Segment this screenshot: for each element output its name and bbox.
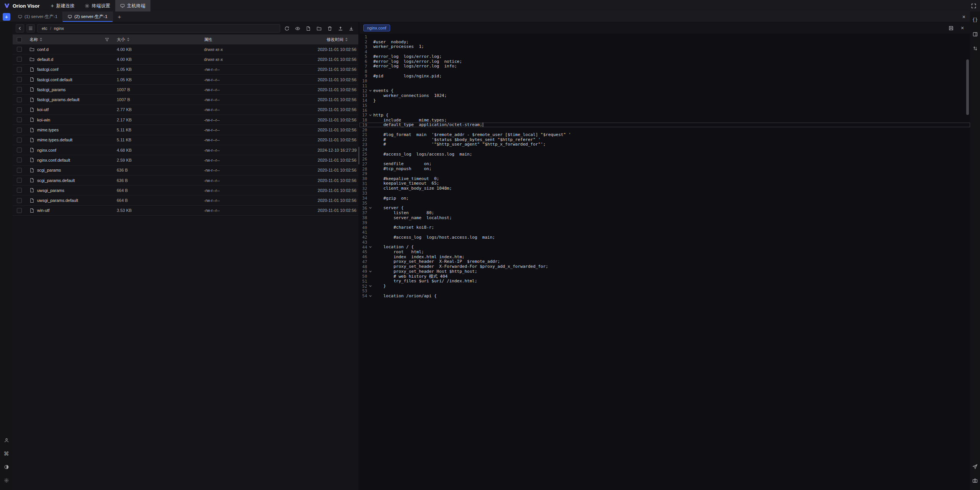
- row-checkbox[interactable]: [17, 107, 22, 112]
- upload-button[interactable]: [336, 24, 345, 33]
- row-checkbox[interactable]: [17, 97, 22, 102]
- table-row[interactable]: koi-utf2.77 KB-rw-r--r--2020-11-01 10:02…: [13, 105, 358, 115]
- file-name[interactable]: fastcgi_params: [37, 87, 66, 92]
- code-line[interactable]: 54 location /orion/api {: [359, 293, 970, 298]
- code-line[interactable]: 53: [359, 288, 970, 293]
- table-row[interactable]: scgi_params636 B-rw-r--r--2020-11-01 10:…: [13, 166, 358, 175]
- code-line[interactable]: 8: [359, 69, 970, 74]
- code-line[interactable]: 22 # '$status $body_bytes_sent "$http_re…: [359, 137, 970, 142]
- table-row[interactable]: fastcgi_params1007 B-rw-r--r--2020-11-01…: [13, 85, 358, 95]
- code-line[interactable]: 50 # web history 模式 404: [359, 274, 970, 279]
- code-line[interactable]: 19 default_type application/octet-stream…: [359, 123, 970, 128]
- table-row[interactable]: fastcgi.conf1.05 KB-rw-r--r--2020-11-01 …: [13, 65, 358, 75]
- code-line[interactable]: 14}: [359, 98, 970, 103]
- download-button[interactable]: [347, 24, 355, 33]
- code-line[interactable]: 49 proxy_set_header Host $http_host;: [359, 269, 970, 274]
- menu-host-terminal[interactable]: 主机终端: [115, 0, 150, 11]
- code-line[interactable]: 28 #tcp_nopush on;: [359, 166, 970, 171]
- row-checkbox[interactable]: [17, 198, 22, 203]
- code-line[interactable]: 41: [359, 230, 970, 235]
- row-checkbox[interactable]: [17, 87, 22, 92]
- panel-icon[interactable]: [971, 30, 979, 38]
- file-name[interactable]: mime.types: [37, 128, 59, 132]
- fold-gutter[interactable]: [367, 245, 373, 249]
- code-line[interactable]: 6#error_log logs/error.log notice;: [359, 59, 970, 64]
- fullscreen-button[interactable]: [967, 0, 980, 11]
- code-line[interactable]: 40 #charset koi8-r;: [359, 225, 970, 230]
- row-checkbox[interactable]: [17, 188, 22, 193]
- code-line[interactable]: 23 # '"$http_user_agent" "$http_x_forwar…: [359, 142, 970, 147]
- breadcrumb-segment-etc[interactable]: etc: [42, 26, 47, 31]
- close-editor-button[interactable]: ×: [959, 24, 966, 32]
- menu-terminal-settings[interactable]: 终端设置: [80, 0, 115, 11]
- code-line[interactable]: 52 }: [359, 284, 970, 288]
- list-view-button[interactable]: [26, 24, 35, 33]
- tab-server-prod-2[interactable]: (2) server-生产-1: [63, 11, 113, 22]
- row-checkbox[interactable]: [17, 77, 22, 82]
- fold-gutter[interactable]: [367, 294, 373, 298]
- close-panel-button[interactable]: ×: [958, 11, 970, 22]
- table-row[interactable]: default.d4.00 KBdrwxr-xr-x2020-11-01 10:…: [13, 54, 358, 64]
- breadcrumb-segment-nginx[interactable]: nginx: [54, 26, 64, 31]
- breadcrumb[interactable]: etc / nginx: [37, 24, 280, 33]
- code-line[interactable]: 12events {: [359, 88, 970, 93]
- code-line[interactable]: 44 location / {: [359, 244, 970, 249]
- user-icon[interactable]: [3, 436, 10, 444]
- code-line[interactable]: 11: [359, 84, 970, 88]
- code-line[interactable]: 17http {: [359, 113, 970, 118]
- row-checkbox[interactable]: [17, 57, 22, 62]
- table-row[interactable]: koi-win2.17 KB-rw-r--r--2020-11-01 10:02…: [13, 115, 358, 125]
- code-line[interactable]: 42 #access_log logs/host.access.log main…: [359, 235, 970, 240]
- command-icon[interactable]: ⌘: [3, 450, 10, 457]
- table-row[interactable]: fastcgi_params.default1007 B-rw-r--r--20…: [13, 95, 358, 105]
- fold-arrow-icon[interactable]: [369, 284, 372, 288]
- row-checkbox[interactable]: [17, 168, 22, 173]
- code-line[interactable]: 10: [359, 79, 970, 84]
- table-row[interactable]: uwsgi_params664 B-rw-r--r--2020-11-01 10…: [13, 185, 358, 195]
- code-line[interactable]: 35: [359, 201, 970, 206]
- fold-gutter[interactable]: [367, 284, 373, 288]
- file-name[interactable]: uwsgi_params: [37, 188, 64, 193]
- table-row[interactable]: scgi_params.default636 B-rw-r--r--2020-1…: [13, 175, 358, 185]
- code-line[interactable]: 31 keepalive_timeout 65;: [359, 181, 970, 186]
- file-name[interactable]: fastcgi_params.default: [37, 97, 80, 102]
- code-line[interactable]: 4: [359, 49, 970, 54]
- table-row[interactable]: win-utf3.53 KB-rw-r--r--2020-11-01 10:02…: [13, 206, 358, 216]
- fold-gutter[interactable]: [367, 89, 373, 92]
- file-name[interactable]: nginx.conf: [37, 148, 56, 152]
- file-name[interactable]: default.d: [37, 57, 53, 62]
- row-checkbox[interactable]: [17, 147, 22, 152]
- code-line[interactable]: 15: [359, 103, 970, 108]
- new-file-button[interactable]: [304, 24, 312, 33]
- code-line[interactable]: 34 #gzip on;: [359, 196, 970, 201]
- row-checkbox[interactable]: [17, 208, 22, 213]
- table-row[interactable]: fastcgi.conf.default1.05 KB-rw-r--r--202…: [13, 75, 358, 85]
- table-row[interactable]: conf.d4.00 KBdrwxr-xr-x2020-11-01 10:02:…: [13, 44, 358, 54]
- code-line[interactable]: 7#error_log logs/error.log info;: [359, 64, 970, 69]
- refresh-button[interactable]: [283, 24, 291, 33]
- row-checkbox[interactable]: [17, 117, 22, 122]
- file-name[interactable]: conf.d: [37, 47, 49, 52]
- code-line[interactable]: 51 try_files $uri $uri/ /index.html;: [359, 279, 970, 284]
- theme-icon[interactable]: [3, 463, 10, 471]
- new-folder-button[interactable]: [315, 24, 323, 33]
- file-name[interactable]: fastcgi.conf.default: [37, 77, 72, 82]
- code-line[interactable]: 43: [359, 240, 970, 245]
- sort-size-icon[interactable]: [127, 38, 129, 41]
- code-line[interactable]: 1: [359, 34, 970, 39]
- column-size[interactable]: 大小: [117, 37, 125, 43]
- row-checkbox[interactable]: [17, 67, 22, 72]
- back-button[interactable]: [16, 24, 24, 33]
- fold-gutter[interactable]: [367, 206, 373, 210]
- fold-arrow-icon[interactable]: [369, 294, 372, 298]
- fold-arrow-icon[interactable]: [369, 245, 372, 249]
- code-line[interactable]: 29: [359, 171, 970, 176]
- code-editor[interactable]: 12#user nobody;3worker_processes 1;45#er…: [359, 34, 970, 490]
- code-line[interactable]: 48 proxy_set_header X-Forwarded-For $pro…: [359, 264, 970, 269]
- send-icon[interactable]: [971, 463, 979, 470]
- code-line[interactable]: 24: [359, 147, 970, 152]
- select-all-checkbox[interactable]: [17, 37, 22, 42]
- code-line[interactable]: 25 #access_log logs/access.log main;: [359, 152, 970, 157]
- table-row[interactable]: mime.types5.11 KB-rw-r--r--2020-11-01 10…: [13, 125, 358, 135]
- settings-icon[interactable]: [3, 477, 10, 484]
